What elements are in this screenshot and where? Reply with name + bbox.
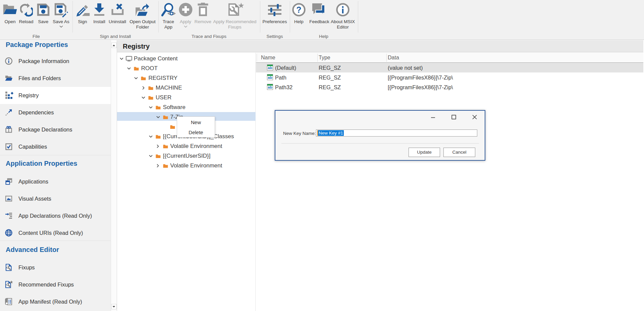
svg-text:ab: ab [268, 85, 272, 89]
svg-text:ab: ab [268, 66, 272, 70]
svg-text:ab: ab [268, 75, 272, 80]
svg-text:?: ? [296, 5, 301, 14]
